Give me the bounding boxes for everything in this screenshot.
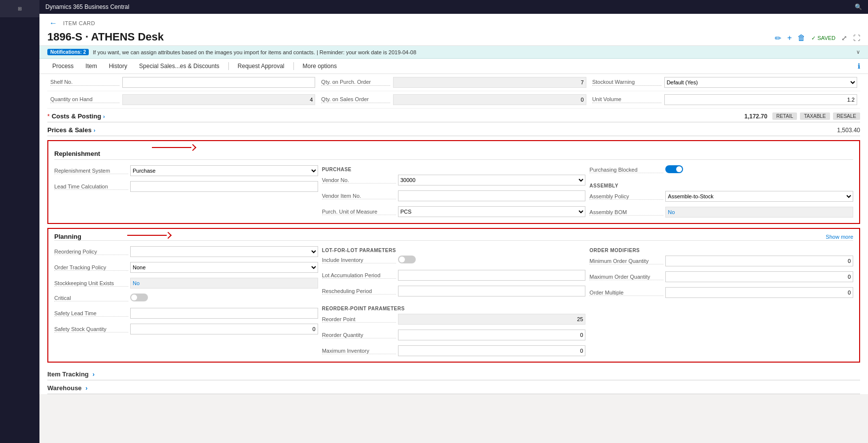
item-tracking-header[interactable]: Item Tracking › — [47, 370, 95, 378]
stockkeeping-label: Stockkeeping Unit Exists — [54, 280, 128, 287]
search-icon-top[interactable]: 🔍 — [855, 3, 862, 10]
nav-home[interactable]: ⊞ — [0, 0, 39, 17]
header-actions: ✏ + 🗑 ✓ SAVED ⤢ ⛶ — [775, 34, 860, 43]
purchasing-blocked-toggle[interactable] — [665, 165, 683, 173]
qty-on-hand-label: Quantity on Hand — [50, 96, 119, 103]
include-inventory-label: Include Inventory — [322, 257, 396, 263]
assembly-bom-value — [665, 207, 853, 218]
purchase-sublabel: PURCHASE — [322, 164, 586, 173]
reorder-point-label: Reorder Point — [322, 316, 396, 323]
app-title: Dynamics 365 Business Central — [45, 3, 129, 10]
warehouse-header[interactable]: Warehouse › — [47, 384, 88, 392]
replenishment-system-label: Replenishment System — [54, 168, 128, 174]
notification-badge[interactable]: Notifications: 2 — [47, 49, 89, 55]
vendor-item-no-input[interactable] — [398, 190, 586, 201]
safety-stock-value[interactable] — [130, 324, 318, 334]
reorder-point-sublabel: REORDER-POINT PARAMETERS — [322, 303, 586, 312]
vendor-item-no-label: Vendor Item No. — [322, 193, 396, 199]
resale-tag: RESALE — [833, 112, 860, 120]
qty-purch-order-label: Qty. on Purch. Order — [321, 79, 390, 86]
include-inventory-toggle[interactable] — [398, 256, 416, 263]
replenishment-right-col: Purchasing Blocked ASSEMBLY Assembly Pol… — [589, 164, 853, 219]
order-tracking-label: Order Tracking Policy — [54, 264, 128, 271]
reorder-qty-label: Reorder Quantity — [322, 332, 396, 338]
costs-posting-header[interactable]: Costs & Posting › — [52, 112, 105, 120]
lot-accumulation-label: Lot Accumulation Period — [322, 272, 396, 279]
assembly-policy-label: Assembly Policy — [589, 193, 663, 200]
add-button[interactable]: + — [787, 34, 792, 42]
order-multiple-label: Order Multiple — [589, 290, 663, 296]
prices-sales-header[interactable]: Prices & Sales › — [47, 126, 95, 134]
delete-icon: 🗑 — [797, 34, 805, 42]
lead-time-input[interactable] — [130, 181, 318, 192]
menu-process[interactable]: Process — [47, 61, 78, 72]
expand-button[interactable]: ⤢ — [841, 34, 847, 42]
edit-icon: ✏ — [775, 34, 781, 43]
reordering-policy-select[interactable] — [130, 246, 318, 257]
edit-button[interactable]: ✏ — [775, 34, 781, 43]
shelf-no-label: Shelf No. — [50, 79, 119, 86]
rescheduling-input[interactable] — [398, 286, 586, 296]
warehouse-arrow: › — [85, 384, 87, 392]
info-icon[interactable]: ℹ — [858, 62, 860, 70]
main-content: Shelf No. Qty. on Purch. Order Stockout … — [39, 74, 868, 394]
reorder-qty-value[interactable] — [398, 330, 586, 340]
min-order-qty-value[interactable] — [665, 256, 853, 266]
vendor-no-select[interactable]: 30000 — [398, 175, 586, 185]
assembly-policy-select[interactable]: Assemble-to-Stock Assemble-to-Order — [665, 191, 853, 202]
delete-button[interactable]: 🗑 — [797, 34, 805, 42]
menu-request-approval[interactable]: Request Approval — [233, 61, 289, 72]
assembly-bom-label: Assembly BOM — [589, 209, 663, 216]
safety-stock-label: Safety Stock Quantity — [54, 326, 128, 332]
vendor-no-label: Vendor No. — [322, 177, 396, 184]
menu-separator — [228, 62, 229, 70]
planning-right-col: ORDER MODIFIERS Minimum Order Quantity M… — [589, 245, 853, 358]
order-multiple-value[interactable] — [665, 287, 853, 298]
replenishment-title: Replenishment — [54, 150, 100, 157]
add-icon: + — [787, 34, 792, 42]
unit-volume-value[interactable] — [664, 94, 857, 105]
menu-item[interactable]: Item — [80, 61, 102, 72]
page-header: ← ITEM CARD 1896-S · ATHENS Desk ✏ + 🗑 ✓… — [39, 14, 868, 46]
order-modifiers-sublabel: ORDER MODIFIERS — [589, 245, 853, 254]
maximum-inventory-label: Maximum Inventory — [322, 348, 396, 354]
qty-sales-order-label: Qty. on Sales Order — [321, 96, 390, 103]
menu-history[interactable]: History — [104, 61, 132, 72]
menu-special-sales[interactable]: Special Sales...es & Discounts — [134, 61, 224, 72]
menu-more-options[interactable]: More options — [298, 61, 342, 72]
page-title: 1896-S · ATHENS Desk — [47, 31, 164, 43]
replenishment-middle-col: PURCHASE Vendor No. 30000 Vendor Item No… — [322, 164, 586, 219]
fullscreen-button[interactable]: ⛶ — [853, 34, 860, 42]
notification-message: If you want, we can assign attributes ba… — [93, 49, 416, 55]
purch-unit-label: Purch. Unit of Measure — [322, 209, 396, 215]
rescheduling-label: Rescheduling Period — [322, 288, 396, 295]
replenishment-left-col: Replenishment System Purchase Assembly P… — [54, 164, 318, 219]
replenishment-system-select[interactable]: Purchase Assembly Prod. Order — [130, 165, 318, 176]
purch-unit-select[interactable]: PCS — [398, 206, 586, 217]
stockout-warning-select[interactable]: Default (Yes) — [664, 77, 857, 88]
shelf-no-input[interactable] — [122, 77, 315, 88]
lot-accumulation-input[interactable] — [398, 270, 586, 281]
prices-sales-value: 1,503.40 — [837, 127, 860, 134]
order-tracking-select[interactable]: None Tracking Only Tracking & Action Msg… — [130, 262, 318, 273]
back-button[interactable]: ← — [47, 18, 59, 29]
purchasing-blocked-label: Purchasing Blocked — [589, 167, 663, 173]
safety-lead-input[interactable] — [130, 308, 318, 319]
qty-sales-order-value — [393, 94, 586, 105]
show-more-link[interactable]: Show more — [826, 234, 853, 240]
qty-on-hand-value — [122, 94, 315, 105]
stockout-warning-label: Stockout Warning — [592, 79, 661, 86]
replenishment-section: Replenishment Replenishment System Purch… — [47, 140, 860, 224]
saved-label: ✓ SAVED — [811, 35, 835, 41]
assembly-sublabel: ASSEMBLY — [589, 180, 853, 189]
notification-close[interactable]: ∨ — [856, 49, 860, 55]
qty-purch-order-value — [393, 77, 586, 88]
max-order-qty-value[interactable] — [665, 271, 853, 282]
planning-section: Planning Show more Reordering Policy — [47, 228, 860, 363]
planning-left-col: Reordering Policy Order Tracking Policy … — [54, 245, 318, 358]
costs-value: 1,172.70 — [744, 113, 767, 120]
retail-tag: RETAIL — [772, 112, 797, 120]
lot-for-lot-sublabel: LOT-FOR-LOT PARAMETERS — [322, 245, 586, 254]
critical-toggle[interactable] — [130, 294, 148, 301]
maximum-inventory-value[interactable] — [398, 345, 586, 356]
